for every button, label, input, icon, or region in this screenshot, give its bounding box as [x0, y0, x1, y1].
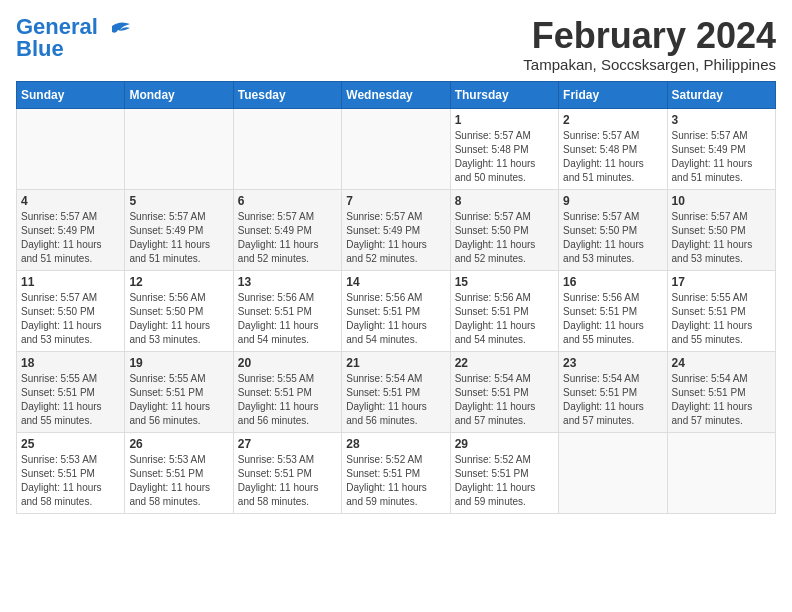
- calendar-cell: 11Sunrise: 5:57 AM Sunset: 5:50 PM Dayli…: [17, 270, 125, 351]
- day-info: Sunrise: 5:52 AM Sunset: 5:51 PM Dayligh…: [455, 453, 554, 509]
- day-number: 5: [129, 194, 228, 208]
- week-row-3: 11Sunrise: 5:57 AM Sunset: 5:50 PM Dayli…: [17, 270, 776, 351]
- day-info: Sunrise: 5:57 AM Sunset: 5:49 PM Dayligh…: [21, 210, 120, 266]
- day-number: 22: [455, 356, 554, 370]
- day-number: 16: [563, 275, 662, 289]
- column-header-sunday: Sunday: [17, 81, 125, 108]
- day-number: 12: [129, 275, 228, 289]
- calendar-cell: 19Sunrise: 5:55 AM Sunset: 5:51 PM Dayli…: [125, 351, 233, 432]
- week-row-2: 4Sunrise: 5:57 AM Sunset: 5:49 PM Daylig…: [17, 189, 776, 270]
- calendar-cell: 9Sunrise: 5:57 AM Sunset: 5:50 PM Daylig…: [559, 189, 667, 270]
- day-number: 9: [563, 194, 662, 208]
- column-header-saturday: Saturday: [667, 81, 775, 108]
- day-info: Sunrise: 5:55 AM Sunset: 5:51 PM Dayligh…: [129, 372, 228, 428]
- day-info: Sunrise: 5:57 AM Sunset: 5:50 PM Dayligh…: [21, 291, 120, 347]
- calendar-cell: 21Sunrise: 5:54 AM Sunset: 5:51 PM Dayli…: [342, 351, 450, 432]
- day-number: 25: [21, 437, 120, 451]
- day-number: 20: [238, 356, 337, 370]
- day-number: 7: [346, 194, 445, 208]
- day-number: 28: [346, 437, 445, 451]
- day-info: Sunrise: 5:53 AM Sunset: 5:51 PM Dayligh…: [238, 453, 337, 509]
- column-header-wednesday: Wednesday: [342, 81, 450, 108]
- day-number: 17: [672, 275, 771, 289]
- calendar-cell: 25Sunrise: 5:53 AM Sunset: 5:51 PM Dayli…: [17, 432, 125, 513]
- day-info: Sunrise: 5:53 AM Sunset: 5:51 PM Dayligh…: [21, 453, 120, 509]
- calendar-cell: 24Sunrise: 5:54 AM Sunset: 5:51 PM Dayli…: [667, 351, 775, 432]
- day-info: Sunrise: 5:54 AM Sunset: 5:51 PM Dayligh…: [346, 372, 445, 428]
- calendar-cell: 8Sunrise: 5:57 AM Sunset: 5:50 PM Daylig…: [450, 189, 558, 270]
- calendar-table: SundayMondayTuesdayWednesdayThursdayFrid…: [16, 81, 776, 514]
- day-info: Sunrise: 5:57 AM Sunset: 5:49 PM Dayligh…: [129, 210, 228, 266]
- day-number: 4: [21, 194, 120, 208]
- logo: GeneralBlue: [16, 16, 132, 60]
- day-info: Sunrise: 5:53 AM Sunset: 5:51 PM Dayligh…: [129, 453, 228, 509]
- calendar-cell: [667, 432, 775, 513]
- calendar-header: SundayMondayTuesdayWednesdayThursdayFrid…: [17, 81, 776, 108]
- day-number: 19: [129, 356, 228, 370]
- title-area: February 2024 Tampakan, Soccsksargen, Ph…: [523, 16, 776, 73]
- calendar-cell: [17, 108, 125, 189]
- day-info: Sunrise: 5:56 AM Sunset: 5:50 PM Dayligh…: [129, 291, 228, 347]
- calendar-cell: 10Sunrise: 5:57 AM Sunset: 5:50 PM Dayli…: [667, 189, 775, 270]
- day-number: 13: [238, 275, 337, 289]
- week-row-4: 18Sunrise: 5:55 AM Sunset: 5:51 PM Dayli…: [17, 351, 776, 432]
- calendar-cell: 4Sunrise: 5:57 AM Sunset: 5:49 PM Daylig…: [17, 189, 125, 270]
- calendar-body: 1Sunrise: 5:57 AM Sunset: 5:48 PM Daylig…: [17, 108, 776, 513]
- day-info: Sunrise: 5:55 AM Sunset: 5:51 PM Dayligh…: [238, 372, 337, 428]
- calendar-cell: 20Sunrise: 5:55 AM Sunset: 5:51 PM Dayli…: [233, 351, 341, 432]
- calendar-cell: [233, 108, 341, 189]
- day-info: Sunrise: 5:54 AM Sunset: 5:51 PM Dayligh…: [672, 372, 771, 428]
- day-number: 15: [455, 275, 554, 289]
- calendar-cell: 13Sunrise: 5:56 AM Sunset: 5:51 PM Dayli…: [233, 270, 341, 351]
- day-info: Sunrise: 5:52 AM Sunset: 5:51 PM Dayligh…: [346, 453, 445, 509]
- calendar-cell: 6Sunrise: 5:57 AM Sunset: 5:49 PM Daylig…: [233, 189, 341, 270]
- day-info: Sunrise: 5:57 AM Sunset: 5:50 PM Dayligh…: [563, 210, 662, 266]
- calendar-cell: 12Sunrise: 5:56 AM Sunset: 5:50 PM Dayli…: [125, 270, 233, 351]
- day-info: Sunrise: 5:54 AM Sunset: 5:51 PM Dayligh…: [563, 372, 662, 428]
- calendar-cell: 7Sunrise: 5:57 AM Sunset: 5:49 PM Daylig…: [342, 189, 450, 270]
- day-info: Sunrise: 5:56 AM Sunset: 5:51 PM Dayligh…: [346, 291, 445, 347]
- day-number: 8: [455, 194, 554, 208]
- day-number: 11: [21, 275, 120, 289]
- day-number: 29: [455, 437, 554, 451]
- day-number: 14: [346, 275, 445, 289]
- calendar-cell: 1Sunrise: 5:57 AM Sunset: 5:48 PM Daylig…: [450, 108, 558, 189]
- calendar-cell: 28Sunrise: 5:52 AM Sunset: 5:51 PM Dayli…: [342, 432, 450, 513]
- column-header-monday: Monday: [125, 81, 233, 108]
- calendar-cell: 22Sunrise: 5:54 AM Sunset: 5:51 PM Dayli…: [450, 351, 558, 432]
- column-header-friday: Friday: [559, 81, 667, 108]
- calendar-cell: 5Sunrise: 5:57 AM Sunset: 5:49 PM Daylig…: [125, 189, 233, 270]
- page-title: February 2024: [523, 16, 776, 56]
- day-info: Sunrise: 5:56 AM Sunset: 5:51 PM Dayligh…: [455, 291, 554, 347]
- calendar-cell: [342, 108, 450, 189]
- day-info: Sunrise: 5:57 AM Sunset: 5:50 PM Dayligh…: [455, 210, 554, 266]
- day-number: 21: [346, 356, 445, 370]
- day-number: 10: [672, 194, 771, 208]
- column-header-tuesday: Tuesday: [233, 81, 341, 108]
- page-subtitle: Tampakan, Soccsksargen, Philippines: [523, 56, 776, 73]
- calendar-cell: 3Sunrise: 5:57 AM Sunset: 5:49 PM Daylig…: [667, 108, 775, 189]
- day-info: Sunrise: 5:55 AM Sunset: 5:51 PM Dayligh…: [672, 291, 771, 347]
- day-info: Sunrise: 5:57 AM Sunset: 5:48 PM Dayligh…: [455, 129, 554, 185]
- calendar-cell: 2Sunrise: 5:57 AM Sunset: 5:48 PM Daylig…: [559, 108, 667, 189]
- day-info: Sunrise: 5:57 AM Sunset: 5:49 PM Dayligh…: [672, 129, 771, 185]
- day-number: 1: [455, 113, 554, 127]
- day-number: 23: [563, 356, 662, 370]
- logo-text: GeneralBlue: [16, 16, 98, 60]
- day-info: Sunrise: 5:56 AM Sunset: 5:51 PM Dayligh…: [563, 291, 662, 347]
- day-number: 3: [672, 113, 771, 127]
- day-info: Sunrise: 5:57 AM Sunset: 5:50 PM Dayligh…: [672, 210, 771, 266]
- calendar-cell: 18Sunrise: 5:55 AM Sunset: 5:51 PM Dayli…: [17, 351, 125, 432]
- day-info: Sunrise: 5:54 AM Sunset: 5:51 PM Dayligh…: [455, 372, 554, 428]
- day-number: 2: [563, 113, 662, 127]
- calendar-cell: 23Sunrise: 5:54 AM Sunset: 5:51 PM Dayli…: [559, 351, 667, 432]
- calendar-cell: 26Sunrise: 5:53 AM Sunset: 5:51 PM Dayli…: [125, 432, 233, 513]
- day-info: Sunrise: 5:57 AM Sunset: 5:48 PM Dayligh…: [563, 129, 662, 185]
- calendar-cell: 17Sunrise: 5:55 AM Sunset: 5:51 PM Dayli…: [667, 270, 775, 351]
- day-number: 18: [21, 356, 120, 370]
- day-info: Sunrise: 5:57 AM Sunset: 5:49 PM Dayligh…: [346, 210, 445, 266]
- column-header-thursday: Thursday: [450, 81, 558, 108]
- day-info: Sunrise: 5:55 AM Sunset: 5:51 PM Dayligh…: [21, 372, 120, 428]
- calendar-cell: 16Sunrise: 5:56 AM Sunset: 5:51 PM Dayli…: [559, 270, 667, 351]
- page-header: GeneralBlue February 2024 Tampakan, Socc…: [16, 16, 776, 73]
